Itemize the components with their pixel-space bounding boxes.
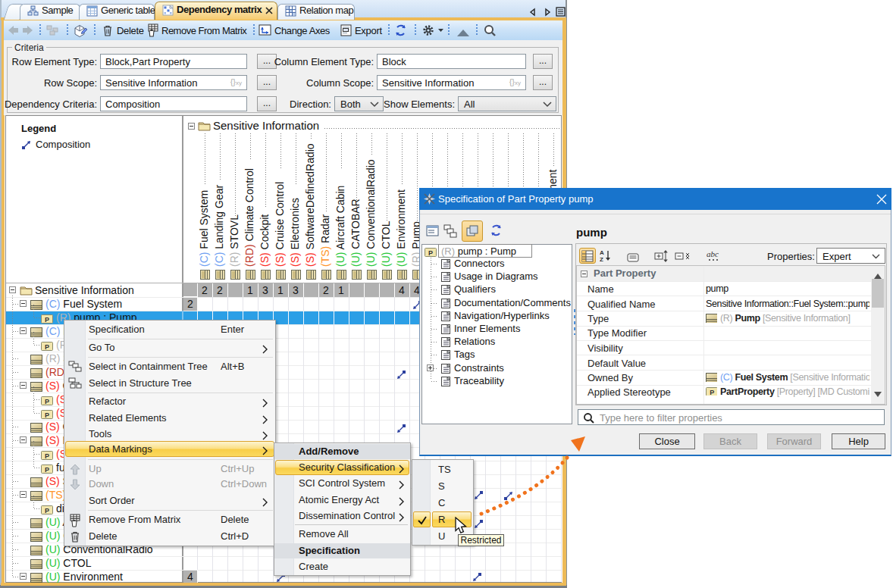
svg-text:abc: abc — [707, 249, 719, 258]
svg-text:Z: Z — [600, 256, 603, 261]
svg-text:P: P — [45, 316, 49, 324]
svg-text:P: P — [710, 389, 714, 396]
svg-text:P: P — [45, 343, 49, 351]
svg-text:P: P — [45, 452, 49, 460]
svg-text:P: P — [45, 411, 49, 419]
svg-text:P: P — [45, 466, 49, 474]
svg-text:P: P — [45, 507, 49, 514]
svg-text:A: A — [600, 249, 604, 256]
svg-text:P: P — [45, 398, 49, 405]
svg-text:P: P — [428, 249, 433, 257]
